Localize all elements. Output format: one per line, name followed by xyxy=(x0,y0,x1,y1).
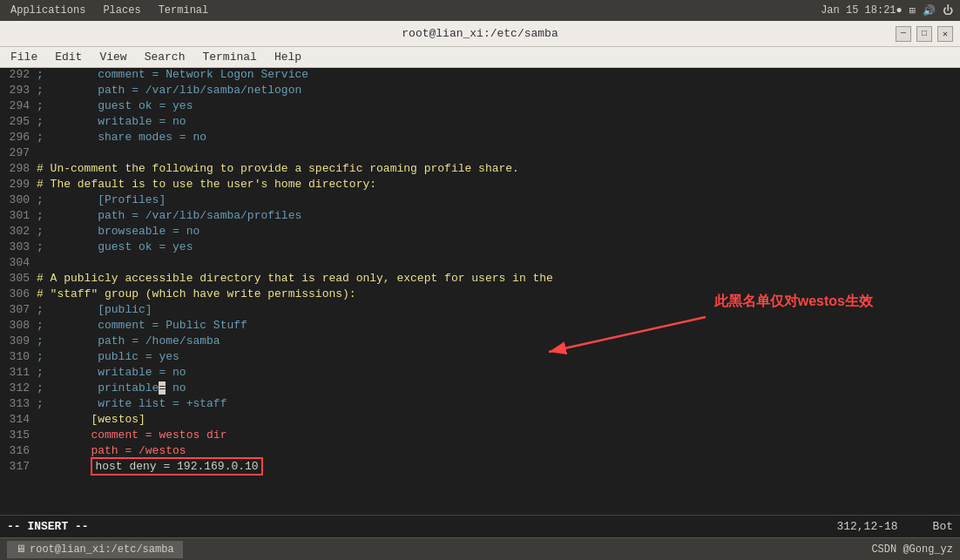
window-title: root@lian_xi:/etc/samba xyxy=(402,27,558,40)
table-row: 295 ; writable = no xyxy=(0,115,960,131)
applications-menu[interactable]: Applications xyxy=(7,3,89,18)
maximize-button[interactable]: □ xyxy=(916,26,932,42)
table-row: 301 ; path = /var/lib/samba/profiles xyxy=(0,209,960,225)
table-row: 300 ; [Profiles] xyxy=(0,193,960,209)
table-row: 308 ; comment = Public Stuff xyxy=(0,319,960,334)
table-row: 292 ; comment = Network Logon Service xyxy=(0,68,960,84)
title-bar: root@lian_xi:/etc/samba ─ □ ✕ xyxy=(0,21,960,47)
system-bar-left: Applications Places Terminal xyxy=(7,3,212,18)
terminal-menu[interactable]: Terminal xyxy=(155,3,213,18)
menu-search[interactable]: Search xyxy=(138,49,193,65)
system-bar: Applications Places Terminal Jan 15 18:2… xyxy=(0,0,960,21)
table-row: 297 xyxy=(0,146,960,162)
table-row: 305 # A publicly accessible directory th… xyxy=(0,272,960,287)
editor-mode: -- INSERT -- xyxy=(7,520,89,533)
table-row: 306 # "staff" group (which have write pe… xyxy=(0,287,960,303)
table-row: 304 xyxy=(0,256,960,272)
table-row: 299 # The default is to use the user's h… xyxy=(0,178,960,193)
table-row: 313 ; write list = +staff xyxy=(0,397,960,413)
menu-view[interactable]: View xyxy=(92,49,133,65)
close-button[interactable]: ✕ xyxy=(937,26,953,42)
table-row: 314 [westos] xyxy=(0,413,960,428)
table-row: 296 ; share modes = no xyxy=(0,131,960,146)
table-row: 307 ; [public] xyxy=(0,303,960,319)
menu-edit[interactable]: Edit xyxy=(48,49,89,65)
table-row: 310 ; public = yes xyxy=(0,350,960,366)
status-bar: -- INSERT -- 312,12-18 Bot xyxy=(0,515,960,537)
taskbar-item-label: root@lian_xi:/etc/samba xyxy=(30,543,174,556)
table-row: 298 # Un-comment the following to provid… xyxy=(0,162,960,178)
system-datetime: Jan 15 18:21● xyxy=(821,4,903,17)
table-row: 303 ; guest ok = yes xyxy=(0,240,960,256)
editor[interactable]: 292 ; comment = Network Logon Service 29… xyxy=(0,68,960,515)
table-row: 293 ; path = /var/lib/samba/netlogon xyxy=(0,84,960,99)
network-icon: ⊞ xyxy=(909,4,916,17)
menu-help[interactable]: Help xyxy=(267,49,308,65)
table-row: 317 host deny = 192.169.0.10 xyxy=(0,460,960,476)
table-row: 302 ; browseable = no xyxy=(0,225,960,240)
power-icon[interactable]: ⏻ xyxy=(943,4,953,17)
menu-bar: File Edit View Search Terminal Help xyxy=(0,47,960,68)
table-row: 312 ; printable= no xyxy=(0,381,960,397)
taskbar-terminal-item[interactable]: 🖥 root@lian_xi:/etc/samba xyxy=(7,541,183,558)
system-bar-right: Jan 15 18:21● ⊞ 🔊 ⏻ xyxy=(821,4,953,17)
table-row: 309 ; path = /home/samba xyxy=(0,334,960,350)
volume-icon: 🔊 xyxy=(923,4,936,17)
menu-file[interactable]: File xyxy=(3,49,44,65)
taskbar: 🖥 root@lian_xi:/etc/samba CSDN @Gong_yz xyxy=(0,537,960,560)
editor-content: 292 ; comment = Network Logon Service 29… xyxy=(0,68,960,515)
minimize-button[interactable]: ─ xyxy=(896,26,911,42)
table-row: 294 ; guest ok = yes xyxy=(0,99,960,115)
taskbar-right-label: CSDN @Gong_yz xyxy=(871,543,953,556)
places-menu[interactable]: Places xyxy=(99,3,144,18)
terminal-icon: 🖥 xyxy=(16,543,26,556)
window-controls: ─ □ ✕ xyxy=(896,26,953,42)
table-row: 315 comment = westos dir xyxy=(0,428,960,444)
table-row: 311 ; writable = no xyxy=(0,366,960,381)
cursor-position: 312,12-18 xyxy=(836,520,897,533)
scroll-position: Bot xyxy=(933,520,953,533)
menu-terminal[interactable]: Terminal xyxy=(195,49,263,65)
